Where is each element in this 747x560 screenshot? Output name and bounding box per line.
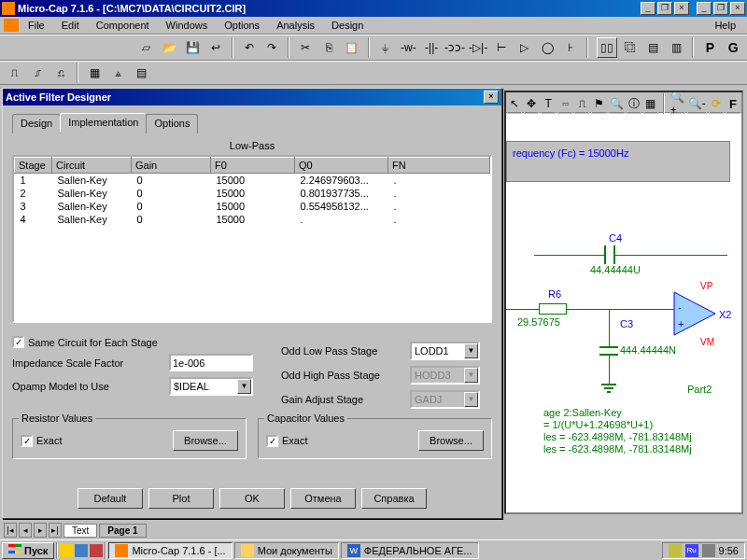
window-v-icon[interactable]: ▥ — [667, 37, 687, 58]
quick-launch-icon[interactable] — [90, 544, 103, 557]
tab-options[interactable]: Options — [146, 114, 198, 133]
resistor-exact-checkbox[interactable]: ✓Exact — [21, 435, 63, 447]
npn-icon[interactable]: ⊢ — [491, 37, 512, 58]
taskbar-app-microcap[interactable]: Micro-Cap 7.1.6 - [... — [108, 542, 232, 559]
odd-low-combo[interactable]: LODD1▼ — [410, 342, 480, 360]
opamp-combo[interactable]: $IDEAL▼ — [169, 377, 253, 396]
stages-table[interactable]: Stage Circuit Gain F0 Q0 FN 1Sallen-Key0… — [12, 155, 492, 323]
window-cascade-icon[interactable]: ⿻ — [620, 37, 641, 58]
menu-help[interactable]: Help — [707, 18, 743, 33]
refresh-icon[interactable]: ⟳ — [709, 93, 724, 114]
close-button[interactable]: × — [730, 2, 745, 15]
language-indicator[interactable]: Ru — [685, 544, 698, 557]
zoom-in-icon[interactable]: 🔍+ — [669, 93, 685, 114]
cut-icon[interactable]: ✂ — [295, 37, 316, 58]
capacitor-icon[interactable]: -||- — [421, 37, 442, 58]
tray-icon[interactable] — [669, 544, 682, 557]
dialog-titlebar[interactable]: Active Filter Designer × — [3, 89, 501, 105]
same-circuit-checkbox[interactable]: ✓ Same Circuit for Each Stage — [12, 336, 253, 348]
ok-button[interactable]: OK — [219, 488, 285, 509]
menu-windows[interactable]: Windows — [159, 18, 216, 33]
col-f0[interactable]: F0 — [211, 158, 295, 174]
source-icon[interactable]: ◯ — [538, 37, 558, 58]
child-minimize-button[interactable]: _ — [641, 2, 655, 15]
col-stage[interactable]: Stage — [15, 158, 52, 174]
save-icon[interactable]: 💾 — [182, 37, 203, 58]
menu-component[interactable]: Component — [89, 18, 157, 33]
battery-icon[interactable]: ⊦ — [561, 37, 582, 58]
resistor-icon[interactable]: -w- — [399, 37, 419, 58]
probe-p-icon[interactable]: P — [699, 37, 720, 58]
menu-file[interactable]: File — [21, 18, 52, 33]
schematic-canvas[interactable]: requency (Fc) = 15000Hz C4 44.44444U R6 … — [506, 113, 741, 512]
child-restore-button[interactable]: ❐ — [657, 2, 672, 15]
probe-g-icon[interactable]: G — [723, 37, 743, 58]
menu-edit[interactable]: Edit — [54, 18, 87, 33]
pan-icon[interactable]: ✥ — [524, 93, 539, 114]
tab-implementation[interactable]: Implementation — [60, 113, 147, 133]
tool-4-icon[interactable]: ▦ — [84, 63, 105, 83]
dialog-close-button[interactable]: × — [484, 91, 499, 104]
sheet-next-icon[interactable]: ▸ — [34, 523, 47, 538]
diode-icon[interactable]: -▷|- — [468, 37, 488, 58]
taskbar-app-word[interactable]: WФЕДЕРАЛЬНОЕ АГЕ... — [341, 542, 479, 559]
wire-icon[interactable]: ⎓ — [557, 93, 572, 114]
help-button[interactable]: Справка — [361, 488, 427, 509]
tool-6-icon[interactable]: ▤ — [131, 63, 151, 83]
capacitor-exact-checkbox[interactable]: ✓Exact — [266, 435, 308, 447]
binoculars-icon[interactable]: 🔍 — [609, 93, 625, 114]
quick-launch-icon[interactable] — [75, 544, 88, 557]
col-fn[interactable]: FN — [388, 158, 490, 174]
resistor-browse-button[interactable]: Browse... — [173, 430, 238, 451]
sheet-first-icon[interactable]: |◂ — [4, 523, 17, 538]
col-gain[interactable]: Gain — [132, 158, 211, 174]
col-circuit[interactable]: Circuit — [52, 158, 132, 174]
tool-3-icon[interactable]: ⎌ — [50, 63, 71, 83]
quick-launch-icon[interactable] — [60, 544, 73, 557]
info-icon[interactable]: ⓘ — [627, 93, 641, 114]
tool-1-icon[interactable]: ⎍ — [4, 63, 24, 83]
window-tile-icon[interactable]: ▯▯ — [597, 37, 617, 58]
select-icon[interactable]: ↖ — [507, 93, 522, 114]
minimize-button[interactable]: _ — [697, 2, 712, 15]
zoom-out-icon[interactable]: 🔍- — [687, 93, 707, 114]
start-button[interactable]: Пуск — [2, 542, 54, 559]
new-icon[interactable]: ▱ — [136, 37, 157, 58]
impedance-input[interactable] — [169, 354, 253, 371]
ground-icon[interactable]: ⏚ — [375, 37, 396, 58]
col-q0[interactable]: Q0 — [295, 158, 388, 174]
capacitor-browse-button[interactable]: Browse... — [418, 430, 484, 451]
tool-5-icon[interactable]: ⟁ — [107, 63, 128, 83]
tab-design[interactable]: Design — [12, 114, 61, 133]
sheet-last-icon[interactable]: ▸| — [49, 523, 62, 538]
bus-icon[interactable]: ⎍ — [574, 93, 589, 114]
redo-icon[interactable]: ↷ — [262, 37, 283, 58]
tray-icon[interactable] — [702, 544, 715, 557]
copy-icon[interactable]: ⎘ — [318, 37, 339, 58]
plot-button[interactable]: Plot — [148, 488, 214, 509]
cancel-button[interactable]: Отмена — [290, 488, 356, 509]
taskbar-app-documents[interactable]: Мои документы — [234, 542, 339, 559]
font-icon[interactable]: F — [726, 93, 740, 114]
tool-2-icon[interactable]: ⎎ — [27, 63, 48, 83]
revert-icon[interactable]: ↩ — [205, 37, 226, 58]
menu-analysis[interactable]: Analysis — [269, 18, 322, 33]
child-close-button[interactable]: × — [674, 2, 689, 15]
menu-design[interactable]: Design — [324, 18, 371, 33]
text-icon[interactable]: T — [541, 93, 556, 114]
undo-icon[interactable]: ↶ — [239, 37, 260, 58]
sheet-text[interactable]: Text — [63, 524, 97, 538]
default-button[interactable]: Default — [78, 488, 143, 509]
flag-icon[interactable]: ⚑ — [591, 93, 606, 114]
opamp-icon[interactable]: ▷ — [514, 37, 535, 58]
mdi-icon[interactable] — [4, 19, 19, 32]
menu-options[interactable]: Options — [217, 18, 267, 33]
sheet-prev-icon[interactable]: ◂ — [19, 523, 32, 538]
open-icon[interactable]: 📂 — [159, 37, 179, 58]
window-h-icon[interactable]: ▤ — [643, 37, 664, 58]
inductor-icon[interactable]: -ↄↄ- — [444, 37, 465, 58]
grid-icon[interactable]: ▦ — [643, 93, 658, 114]
clock[interactable]: 9:56 — [719, 545, 739, 556]
paste-icon[interactable]: 📋 — [342, 37, 362, 58]
sheet-page1[interactable]: Page 1 — [99, 524, 146, 538]
